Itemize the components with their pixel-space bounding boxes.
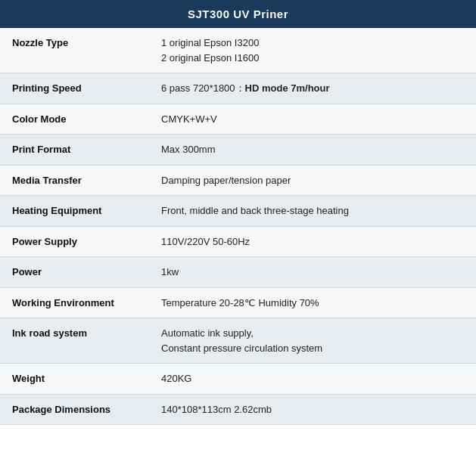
table-row: Package Dimensions140*108*113cm 2.62cmb: [0, 394, 476, 425]
row-label: Package Dimensions: [0, 394, 149, 425]
row-label: Print Format: [0, 135, 149, 166]
row-value: 1kw: [149, 257, 476, 288]
row-value-text: 1kw: [161, 266, 179, 277]
row-value-text: Damping paper/tension paper: [161, 175, 291, 186]
table-header: SJT300 UV Priner: [0, 0, 476, 28]
table-row: Heating EquipmentFront, middle and back …: [0, 196, 476, 227]
row-value-text: CMYK+W+V: [161, 113, 217, 125]
row-value-text: 110V/220V 50-60Hz: [161, 236, 250, 247]
row-label: Working Environment: [0, 287, 149, 318]
row-value: Max 300mm: [149, 135, 476, 166]
row-label: Ink road system: [0, 318, 149, 364]
table-row: Power1kw: [0, 257, 476, 288]
table-row: Working EnvironmentTemperature 20-28℃ Hu…: [0, 287, 476, 318]
spec-table-container: SJT300 UV Priner Nozzle Type1 original E…: [0, 0, 476, 425]
row-value: Automatic ink supply,Constant pressure c…: [149, 318, 476, 364]
row-value-text: Constant pressure circulation system: [161, 342, 322, 354]
table-row: Weight420KG: [0, 364, 476, 395]
row-value-prefix: 6 pass 720*1800：: [161, 82, 245, 94]
row-value-text: 420KG: [161, 373, 191, 384]
row-value: Front, middle and back three-stage heati…: [149, 196, 476, 227]
row-value-text: Automatic ink supply,: [161, 327, 254, 339]
row-label: Power Supply: [0, 226, 149, 257]
table-title: SJT300 UV Priner: [188, 8, 288, 20]
row-value: 110V/220V 50-60Hz: [149, 226, 476, 257]
row-value: CMYK+W+V: [149, 104, 476, 135]
table-row: Ink road systemAutomatic ink supply,Cons…: [0, 318, 476, 364]
row-value: 140*108*113cm 2.62cmb: [149, 394, 476, 425]
table-row: Color ModeCMYK+W+V: [0, 104, 476, 135]
row-value-text: 140*108*113cm 2.62cmb: [161, 404, 272, 415]
row-label: Power: [0, 257, 149, 288]
row-value: 1 original Epson I32002 original Epson I…: [149, 28, 476, 73]
row-value-text: 1 original Epson I3200: [161, 37, 259, 48]
row-value: Temperature 20-28℃ Humidity 70%: [149, 287, 476, 318]
table-row: Nozzle Type1 original Epson I32002 origi…: [0, 28, 476, 73]
table-row: Power Supply110V/220V 50-60Hz: [0, 226, 476, 257]
row-label: Printing Speed: [0, 73, 149, 104]
row-label: Weight: [0, 364, 149, 395]
row-label: Media Transfer: [0, 165, 149, 196]
row-value: Damping paper/tension paper: [149, 165, 476, 196]
spec-table: Nozzle Type1 original Epson I32002 origi…: [0, 28, 476, 425]
row-value-text: 2 original Epson I1600: [161, 52, 259, 64]
row-value-bold: HD mode 7m/hour: [245, 82, 330, 94]
table-row: Printing Speed6 pass 720*1800：HD mode 7m…: [0, 73, 476, 104]
row-label: Color Mode: [0, 104, 149, 135]
row-value-text: Temperature 20-28℃ Humidity 70%: [161, 297, 319, 308]
row-value: 6 pass 720*1800：HD mode 7m/hour: [149, 73, 476, 104]
row-value-text: Max 300mm: [161, 144, 216, 155]
row-label: Heating Equipment: [0, 196, 149, 227]
row-value-text: Front, middle and back three-stage heati…: [161, 205, 349, 216]
table-row: Print FormatMax 300mm: [0, 135, 476, 166]
row-label: Nozzle Type: [0, 28, 149, 73]
table-row: Media TransferDamping paper/tension pape…: [0, 165, 476, 196]
row-value: 420KG: [149, 364, 476, 395]
